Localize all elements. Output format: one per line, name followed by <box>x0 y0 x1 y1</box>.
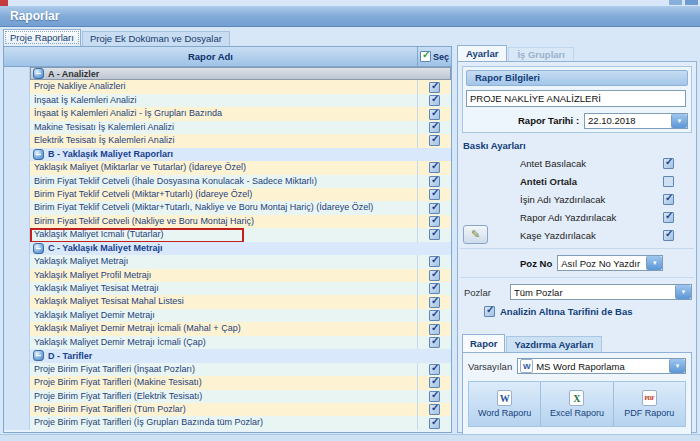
pozlar-value: Tüm Pozlar <box>511 287 675 298</box>
edit-stamp-button[interactable] <box>463 225 488 244</box>
row-checkbox[interactable] <box>429 377 440 388</box>
poz-no-row: Poz No Asıl Poz No Yazdır <box>458 253 696 273</box>
table-row[interactable]: Yaklaşık Maliyet Metrajı <box>4 255 451 268</box>
tab-rapor[interactable]: Rapor <box>462 334 505 352</box>
table-row[interactable]: Yaklaşık Maliyet Tesisat Metrajı <box>4 282 451 295</box>
group-row[interactable]: B - Yaklaşık Maliyet Raporları <box>4 148 451 161</box>
pozlar-select[interactable]: Tüm Pozlar <box>510 284 692 300</box>
row-indicator <box>4 188 30 201</box>
table-row[interactable]: Proje Birim Fiyat Tarifleri (Makine Tesi… <box>4 376 451 389</box>
table-row[interactable]: Yaklaşık Maliyet Demir Metrajı İcmali (M… <box>4 322 451 335</box>
table-row[interactable]: İnşaat İş Kalemleri Analizi - İş Gruplar… <box>4 107 451 120</box>
collapse-icon[interactable] <box>33 243 44 254</box>
chevron-down-icon[interactable] <box>675 285 691 299</box>
row-checkbox[interactable] <box>429 337 440 348</box>
table-row[interactable]: Birim Fiyat Teklif Cetveli (Miktar+Tutar… <box>4 201 451 214</box>
row-checkbox[interactable] <box>429 324 440 335</box>
row-checkbox[interactable] <box>429 82 440 93</box>
chevron-down-icon[interactable] <box>669 359 685 373</box>
table-row[interactable]: Birim Fiyat Teklif Cetveli (Nakliye ve B… <box>4 215 451 228</box>
row-checkbox[interactable] <box>429 203 440 214</box>
option-checkbox[interactable] <box>663 194 674 205</box>
table-row[interactable]: Yaklaşık Maliyet Profil Metrajı <box>4 269 451 282</box>
table-row[interactable]: Yaklaşık Maliyet Demir Metrajı İcmali (Ç… <box>4 336 451 349</box>
table-row[interactable]: Proje Birim Fiyat Tarifleri (Elektrik Te… <box>4 390 451 403</box>
row-indicator <box>4 376 30 389</box>
varsayilan-select[interactable]: W MS Word Raporlama <box>517 358 686 374</box>
table-row[interactable]: Proje Birim Fiyat Tarifleri (Tüm Pozlar) <box>4 403 451 416</box>
report-name: Yaklaşık Maliyet Tesisat Metrajı <box>30 282 417 295</box>
option-checkbox[interactable] <box>663 158 674 169</box>
word-raporu-button[interactable]: WWord Raporu <box>469 382 541 426</box>
tab-proje-ek-dokuman-ve-dosyalar[interactable]: Proje Ek Doküman ve Dosyalar <box>82 31 230 46</box>
report-date-value: 22.10.2018 <box>585 115 671 126</box>
chevron-down-icon[interactable] <box>646 256 662 270</box>
row-checkbox[interactable] <box>429 95 440 106</box>
option-checkbox[interactable] <box>663 176 674 187</box>
poz-no-select[interactable]: Asıl Poz No Yazdır <box>557 255 663 271</box>
table-row[interactable]: Proje Nakliye Analizleri <box>4 80 451 93</box>
option-label: Antet Basılacak <box>520 158 663 169</box>
row-indicator <box>4 94 30 107</box>
analiz-altina-checkbox[interactable] <box>484 306 495 317</box>
table-row[interactable]: Yaklaşık Maliyet Tesisat Mahal Listesi <box>4 295 451 308</box>
report-name-input[interactable] <box>466 90 686 107</box>
table-row[interactable]: Yaklaşık Maliyet (Miktarlar ve Tutarlar)… <box>4 161 451 174</box>
group-row[interactable]: D - Tarifler <box>4 349 451 362</box>
option-label: Anteti Ortala <box>520 176 663 187</box>
option-checkbox[interactable] <box>663 230 674 241</box>
collapse-icon[interactable] <box>33 350 44 361</box>
report-name: Yaklaşık Maliyet Demir Metrajı <box>30 309 417 322</box>
row-checkbox[interactable] <box>429 270 440 281</box>
group-row[interactable]: C - Yaklaşık Maliyet Metrajı <box>4 242 451 255</box>
collapse-icon[interactable] <box>33 149 44 160</box>
row-checkbox[interactable] <box>429 176 440 187</box>
row-checkbox[interactable] <box>429 283 440 294</box>
row-checkbox[interactable] <box>429 404 440 415</box>
report-name: Proje Birim Fiyat Tarifleri (Tüm Pozlar) <box>30 403 417 416</box>
row-indicator <box>4 269 30 282</box>
row-checkbox[interactable] <box>429 364 440 375</box>
row-checkbox[interactable] <box>429 310 440 321</box>
table-row[interactable]: Proje Birim Fiyat Tarifleri (İş Grupları… <box>4 416 451 429</box>
column-header-sec[interactable]: Seç <box>417 47 451 66</box>
tab-is-gruplari[interactable]: İş Grupları <box>508 47 574 61</box>
row-checkbox[interactable] <box>429 256 440 267</box>
excel-raporu-button[interactable]: XExcel Raporu <box>541 382 613 426</box>
row-checkbox[interactable] <box>429 391 440 402</box>
table-row[interactable]: Birim Fiyat Teklif Cetveli (İhale Dosyas… <box>4 175 451 188</box>
pdf-raporu-button[interactable]: PDFPDF Raporu <box>614 382 685 426</box>
table-row[interactable]: Yaklaşık Maliyet İcmali (Tutarlar) <box>4 228 451 241</box>
tab-proje-raporlari[interactable]: Proje Raporları <box>3 29 81 46</box>
row-checkbox[interactable] <box>429 189 440 200</box>
table-row[interactable]: Elektrik Tesisatı İş Kalemleri Analizi <box>4 134 451 147</box>
collapse-icon[interactable] <box>33 68 44 79</box>
select-all-checkbox[interactable] <box>420 51 431 62</box>
table-row[interactable]: Makine Tesisatı İş Kalemleri Analizi <box>4 121 451 134</box>
report-name: İnşaat İş Kalemleri Analizi - İş Gruplar… <box>30 107 417 120</box>
row-indicator <box>4 242 30 255</box>
option-checkbox[interactable] <box>663 212 674 223</box>
report-name: Yaklaşık Maliyet Metrajı <box>30 255 417 268</box>
column-header-rapor-adi[interactable]: Rapor Adı <box>4 47 417 66</box>
pozlar-row: Pozlar Tüm Pozlar <box>458 282 696 302</box>
row-checkbox[interactable] <box>429 418 440 429</box>
report-name: Yaklaşık Maliyet Demir Metrajı İcmali (M… <box>30 322 417 335</box>
report-output-tabs: Rapor Yazdırma Ayarları <box>462 334 692 352</box>
row-checkbox[interactable] <box>429 162 440 173</box>
row-checkbox[interactable] <box>429 135 440 146</box>
report-date-select[interactable]: 22.10.2018 <box>584 113 688 129</box>
tab-ayarlar[interactable]: Ayarlar <box>457 45 507 61</box>
row-checkbox[interactable] <box>429 229 440 240</box>
table-row[interactable]: Proje Birim Fiyat Tarifleri (İnşaat Pozl… <box>4 363 451 376</box>
table-row[interactable]: Birim Fiyat Teklif Cetveli (Miktar+Tutar… <box>4 188 451 201</box>
group-row[interactable]: A - Analizler <box>4 67 451 80</box>
row-checkbox[interactable] <box>429 216 440 227</box>
table-row[interactable]: Yaklaşık Maliyet Demir Metrajı <box>4 309 451 322</box>
row-checkbox[interactable] <box>429 122 440 133</box>
chevron-down-icon[interactable] <box>671 114 687 128</box>
row-checkbox[interactable] <box>429 297 440 308</box>
row-checkbox[interactable] <box>429 109 440 120</box>
table-row[interactable]: İnşaat İş Kalemleri Analizi <box>4 94 451 107</box>
tab-yazdirma-ayarlari[interactable]: Yazdırma Ayarları <box>506 336 601 352</box>
